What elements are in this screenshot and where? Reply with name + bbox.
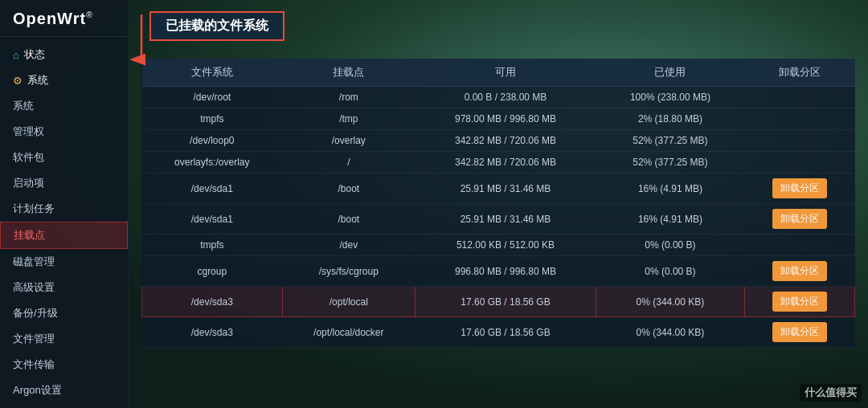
header-row: 已挂载的文件系统 bbox=[141, 11, 855, 51]
cell-filesystem: /dev/sda3 bbox=[142, 317, 283, 348]
cell-unmount bbox=[744, 152, 854, 173]
cell-used: 100% (238.00 MB) bbox=[596, 87, 744, 108]
cell-mountpoint: /opt/local bbox=[282, 287, 415, 317]
home-icon: ⌂ bbox=[13, 49, 19, 61]
main-content: 已挂载的文件系统 文件系统 挂载点 可用 已使用 卸载分区 /dev/root/… bbox=[129, 0, 868, 408]
cell-mountpoint: /rom bbox=[282, 87, 415, 108]
unmount-button[interactable]: 卸载分区 bbox=[772, 261, 827, 281]
sidebar-item-mount[interactable]: 挂载点 bbox=[0, 222, 128, 249]
table-row: /dev/sda3/opt/local17.60 GB / 18.56 GB0%… bbox=[142, 287, 855, 317]
col-header-unmount: 卸载分区 bbox=[744, 59, 854, 87]
cell-mountpoint: /dev bbox=[282, 235, 415, 256]
cell-used: 2% (18.80 MB) bbox=[596, 108, 744, 130]
cell-filesystem: overlayfs:/overlay bbox=[142, 152, 283, 173]
sidebar-item-startup[interactable]: 启动项 bbox=[0, 170, 128, 196]
cell-available: 0.00 B / 238.00 MB bbox=[416, 87, 596, 108]
nav-label-system: 系统 bbox=[27, 73, 48, 88]
cell-available: 512.00 KB / 512.00 KB bbox=[416, 235, 596, 256]
table-body: /dev/root/rom0.00 B / 238.00 MB100% (238… bbox=[142, 87, 855, 348]
unmount-button[interactable]: 卸载分区 bbox=[772, 292, 827, 312]
sidebar-item-system-sub[interactable]: 系统 bbox=[0, 93, 128, 119]
cell-mountpoint: /boot bbox=[282, 204, 415, 235]
cell-available: 25.91 MB / 31.46 MB bbox=[416, 173, 596, 204]
logo-area: OpenWrt® bbox=[0, 0, 128, 37]
sidebar-item-management[interactable]: 管理权 bbox=[0, 119, 128, 145]
gear-icon: ⚙ bbox=[13, 75, 23, 87]
cell-filesystem: /dev/sda1 bbox=[142, 204, 283, 235]
cell-used: 0% (344.00 KB) bbox=[596, 317, 744, 348]
cell-filesystem: tmpfs bbox=[142, 108, 283, 130]
cell-used: 16% (4.91 MB) bbox=[596, 204, 744, 235]
cell-filesystem: /dev/loop0 bbox=[142, 130, 283, 152]
table-row: cgroup/sys/fs/cgroup996.80 MB / 996.80 M… bbox=[142, 256, 855, 287]
cell-mountpoint: /opt/local/docker bbox=[282, 317, 415, 348]
sidebar-item-filetransfer[interactable]: 文件传输 bbox=[0, 352, 128, 377]
cell-used: 0% (344.00 KB) bbox=[596, 287, 744, 317]
col-header-fs: 文件系统 bbox=[142, 59, 283, 87]
nav-label-argon: Argon设置 bbox=[13, 383, 62, 398]
cell-used: 52% (377.25 MB) bbox=[596, 152, 744, 173]
sidebar-item-argon[interactable]: Argon设置 bbox=[0, 377, 128, 403]
unmount-button[interactable]: 卸载分区 bbox=[772, 178, 827, 198]
cell-filesystem: cgroup bbox=[142, 256, 283, 287]
nav-label-backup: 备份/升级 bbox=[13, 306, 58, 320]
nav-label-startup: 启动项 bbox=[13, 176, 44, 190]
cell-available: 25.91 MB / 31.46 MB bbox=[416, 204, 596, 235]
cell-mountpoint: /boot bbox=[282, 173, 415, 204]
unmount-button[interactable]: 卸载分区 bbox=[772, 322, 827, 342]
cell-available: 978.00 MB / 996.80 MB bbox=[416, 108, 596, 130]
cell-unmount: 卸载分区 bbox=[744, 317, 854, 348]
cell-filesystem: /dev/sda3 bbox=[142, 287, 283, 317]
nav-label-filetransfer: 文件传输 bbox=[13, 357, 55, 372]
sidebar: OpenWrt® ⌂ 状态 ⚙ 系统 系统 管理权 软件包 启动项 计划任务 挂… bbox=[0, 0, 129, 408]
nav-label-status: 状态 bbox=[24, 47, 45, 62]
table-row: /dev/sda1/boot25.91 MB / 31.46 MB16% (4.… bbox=[142, 204, 855, 235]
table-row: tmpfs/dev512.00 KB / 512.00 KB0% (0.00 B… bbox=[142, 235, 855, 256]
unmount-button[interactable]: 卸载分区 bbox=[772, 209, 827, 229]
cell-filesystem: /dev/sda1 bbox=[142, 173, 283, 204]
col-header-mount: 挂载点 bbox=[282, 59, 415, 87]
sidebar-item-status[interactable]: ⌂ 状态 bbox=[0, 42, 128, 67]
cell-unmount bbox=[744, 87, 854, 108]
logo-reg: ® bbox=[86, 10, 93, 19]
logo-text: OpenWrt® bbox=[13, 10, 93, 27]
sidebar-item-reboot[interactable]: 重启 bbox=[0, 403, 128, 408]
sidebar-item-filemanager[interactable]: 文件管理 bbox=[0, 326, 128, 352]
col-header-available: 可用 bbox=[416, 59, 596, 87]
cell-available: 996.80 MB / 996.80 MB bbox=[416, 256, 596, 287]
cell-unmount bbox=[744, 130, 854, 152]
cell-mountpoint: /overlay bbox=[282, 130, 415, 152]
cell-mountpoint: /sys/fs/cgroup bbox=[282, 256, 415, 287]
cell-used: 0% (0.00 B) bbox=[596, 256, 744, 287]
sidebar-item-disk[interactable]: 磁盘管理 bbox=[0, 249, 128, 275]
cell-unmount: 卸载分区 bbox=[744, 173, 854, 204]
nav-label-cron: 计划任务 bbox=[13, 202, 55, 216]
cell-available: 342.82 MB / 720.06 MB bbox=[416, 130, 596, 152]
sidebar-item-backup[interactable]: 备份/升级 bbox=[0, 300, 128, 326]
cell-filesystem: /dev/root bbox=[142, 87, 283, 108]
section-title-text: 已挂载的文件系统 bbox=[166, 18, 268, 32]
watermark: 什么值得买 bbox=[800, 384, 862, 402]
cell-unmount bbox=[744, 108, 854, 130]
table-row: /dev/sda3/opt/local/docker17.60 GB / 18.… bbox=[142, 317, 855, 348]
table-row: /dev/sda1/boot25.91 MB / 31.46 MB16% (4.… bbox=[142, 173, 855, 204]
nav-label-management: 管理权 bbox=[13, 124, 44, 139]
watermark-text: 什么值得买 bbox=[805, 386, 857, 398]
sidebar-item-system[interactable]: ⚙ 系统 bbox=[0, 67, 128, 93]
table-row: /dev/loop0/overlay342.82 MB / 720.06 MB5… bbox=[142, 130, 855, 152]
cell-filesystem: tmpfs bbox=[142, 235, 283, 256]
cell-unmount: 卸载分区 bbox=[744, 287, 854, 317]
table-row: /dev/root/rom0.00 B / 238.00 MB100% (238… bbox=[142, 87, 855, 108]
sidebar-item-packages[interactable]: 软件包 bbox=[0, 145, 128, 170]
nav-label-mount: 挂载点 bbox=[14, 228, 45, 243]
cell-unmount bbox=[744, 235, 854, 256]
sidebar-item-advanced[interactable]: 高级设置 bbox=[0, 275, 128, 300]
table-wrapper: 文件系统 挂载点 可用 已使用 卸载分区 /dev/root/rom0.00 B… bbox=[141, 59, 855, 397]
nav-label-filemanager: 文件管理 bbox=[13, 332, 55, 346]
col-header-used: 已使用 bbox=[596, 59, 744, 87]
sidebar-item-cron[interactable]: 计划任务 bbox=[0, 196, 128, 222]
cell-used: 16% (4.91 MB) bbox=[596, 173, 744, 204]
table-row: overlayfs:/overlay/342.82 MB / 720.06 MB… bbox=[142, 152, 855, 173]
cell-used: 0% (0.00 B) bbox=[596, 235, 744, 256]
nav-label-disk: 磁盘管理 bbox=[13, 255, 55, 269]
